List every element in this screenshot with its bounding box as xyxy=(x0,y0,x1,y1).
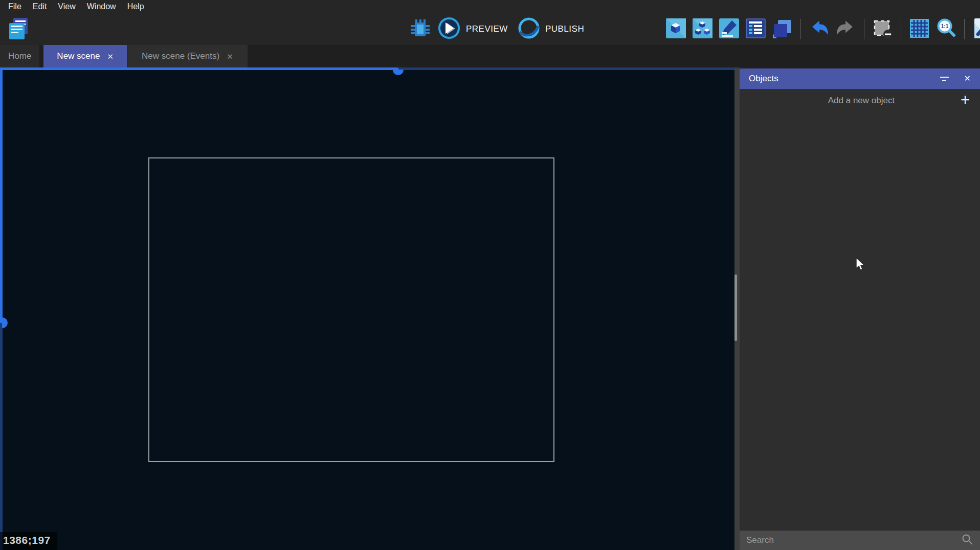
svg-text:1:1: 1:1 xyxy=(941,24,949,29)
menu-bar: File Edit View Window Help xyxy=(0,0,980,13)
scene-properties-wrench-icon xyxy=(972,17,980,41)
publish-label: PUBLISH xyxy=(545,24,584,34)
zoom-1-1-button[interactable]: 1:1 xyxy=(935,17,957,41)
menu-help[interactable]: Help xyxy=(122,1,150,12)
tab-home-label: Home xyxy=(8,51,31,61)
tab-new-scene[interactable]: New scene ✕ xyxy=(43,45,127,67)
undo-icon xyxy=(808,17,830,41)
search-icon xyxy=(961,533,973,547)
preview-label: PREVIEW xyxy=(466,24,508,34)
preview-button[interactable]: PREVIEW xyxy=(437,16,511,42)
instances-list-button[interactable] xyxy=(745,17,767,41)
tab-bar: Home New scene ✕ New scene (Events) ✕ xyxy=(0,45,980,67)
filter-icon[interactable] xyxy=(940,77,949,81)
zoom-1-1-icon: 1:1 xyxy=(935,17,957,41)
objects-panel-header: Objects ✕ xyxy=(740,68,980,89)
debugger-bug-icon xyxy=(409,17,431,41)
toolbar-separator xyxy=(800,19,801,39)
scene-properties-button[interactable] xyxy=(972,17,980,41)
content-row: 1386;197 Objects ✕ Add a new object + xyxy=(0,67,980,550)
publish-button[interactable]: PUBLISH xyxy=(517,16,587,42)
instances-list-icon xyxy=(745,17,767,41)
tab-home[interactable]: Home xyxy=(0,45,39,67)
project-manager-icon xyxy=(7,17,30,42)
objects-list-empty-area[interactable] xyxy=(740,112,980,531)
objects-panel: Objects ✕ Add a new object + xyxy=(740,67,980,550)
tab-new-scene-label: New scene xyxy=(57,51,100,61)
canvas-horizontal-scroll-fill xyxy=(0,67,398,70)
tab-new-scene-events-label: New scene (Events) xyxy=(142,51,219,61)
toolbar-right-group: 1:1 xyxy=(665,18,980,40)
grid-icon xyxy=(908,17,930,41)
toolbar-separator xyxy=(864,19,864,39)
gdevelop-window: File Edit View Window Help xyxy=(0,0,980,550)
scene-editor-canvas[interactable]: 1386;197 xyxy=(0,67,734,550)
panel-divider[interactable] xyxy=(734,67,740,550)
cursor-coordinates-readout: 1386;197 xyxy=(0,532,57,550)
add-new-object-label: Add a new object xyxy=(750,96,961,106)
properties-pencil-icon xyxy=(718,17,740,41)
toolbar-center-group: PREVIEW PUBLISH xyxy=(409,17,587,41)
menu-edit[interactable]: Edit xyxy=(27,1,53,12)
canvas-vertical-scroll-fill xyxy=(0,67,3,323)
deselect-all-button[interactable] xyxy=(872,17,894,41)
toolbar-separator xyxy=(964,19,965,39)
redo-icon xyxy=(835,17,857,41)
preview-play-icon xyxy=(437,16,461,42)
tab-new-scene-events[interactable]: New scene (Events) ✕ xyxy=(127,45,248,67)
scene-objects-icon xyxy=(665,17,687,41)
undo-button[interactable] xyxy=(808,17,830,41)
scene-window-frame xyxy=(148,157,554,462)
objects-panel-title: Objects xyxy=(749,74,940,84)
add-new-object-button[interactable]: Add a new object + xyxy=(740,89,980,112)
object-groups-button[interactable] xyxy=(692,17,714,41)
toolbar-separator xyxy=(901,19,901,39)
menu-view[interactable]: View xyxy=(52,1,81,12)
redo-button[interactable] xyxy=(835,17,857,41)
project-manager-button[interactable] xyxy=(7,17,30,42)
canvas-vertical-scroll-thumb[interactable] xyxy=(2,317,8,328)
grid-button[interactable] xyxy=(908,17,930,41)
panel-scrollbar-thumb[interactable] xyxy=(734,274,737,341)
menu-window[interactable]: Window xyxy=(81,1,122,12)
mouse-cursor-icon xyxy=(856,257,867,273)
canvas-horizontal-scroll-thumb[interactable] xyxy=(393,70,404,75)
scene-objects-button[interactable] xyxy=(665,17,687,41)
debugger-button[interactable] xyxy=(409,17,431,41)
properties-button[interactable] xyxy=(718,17,740,41)
objects-search-input[interactable] xyxy=(746,535,961,545)
toolbar: PREVIEW PUBLISH xyxy=(0,13,980,45)
objects-panel-close-icon[interactable]: ✕ xyxy=(964,75,971,83)
publish-globe-icon xyxy=(517,16,541,42)
menu-file[interactable]: File xyxy=(3,1,27,12)
deselect-all-icon xyxy=(872,17,894,41)
tab-close-icon[interactable]: ✕ xyxy=(107,53,114,60)
layers-icon xyxy=(771,17,793,41)
objects-search-bar xyxy=(740,531,980,550)
layers-button[interactable] xyxy=(771,17,793,41)
tab-close-icon[interactable]: ✕ xyxy=(227,53,233,60)
object-groups-icon xyxy=(692,17,714,41)
plus-icon: + xyxy=(961,92,970,108)
